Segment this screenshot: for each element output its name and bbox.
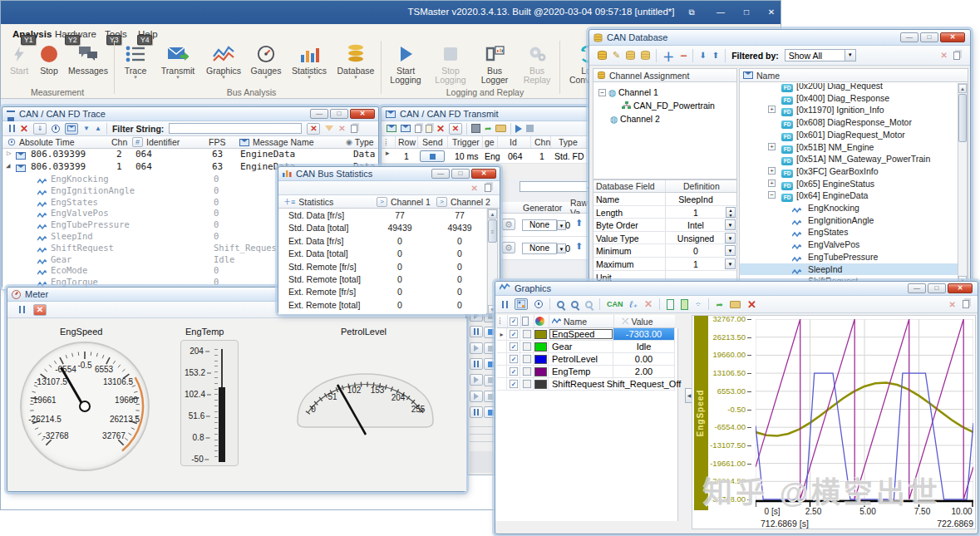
close-button[interactable]: ✕: [940, 32, 965, 42]
col-fps[interactable]: FPS: [209, 136, 225, 148]
open-folder-icon[interactable]: [495, 125, 506, 132]
filter-input[interactable]: [169, 123, 302, 134]
remove-filter-icon[interactable]: ✕: [338, 124, 345, 133]
send-button[interactable]: [420, 150, 445, 162]
clear-icon[interactable]: ✕: [949, 300, 956, 309]
minimize-button[interactable]: —: [900, 32, 918, 42]
scroll-up-icon[interactable]: ▲: [958, 84, 967, 93]
edit-pencil-icon[interactable]: ✎: [613, 50, 620, 61]
signal-up-icon[interactable]: ⬆: [575, 218, 583, 229]
db-signal-item[interactable]: EngValvePos: [740, 238, 958, 251]
statistics-button[interactable]: Statistics▼: [286, 41, 332, 87]
statistics-row[interactable]: Std. Data [fr/s]7777: [278, 209, 486, 221]
close-button[interactable]: ✕: [350, 109, 375, 119]
move-down-icon[interactable]: ⬇: [699, 51, 706, 60]
col-absolute-time[interactable]: Absolute Time: [19, 137, 75, 147]
gear-icon[interactable]: ⚙: [502, 242, 515, 253]
name-header[interactable]: Name: [756, 71, 780, 81]
col-generator[interactable]: Generator: [523, 202, 562, 213]
minimize-button[interactable]: —: [712, 6, 730, 18]
col-statistics[interactable]: Statistics: [298, 197, 333, 207]
statistics-row[interactable]: Std. Remote [total]00: [278, 273, 486, 285]
graphics-signal-row[interactable]: ▸ ✓ ✓ EngSpeed -7303.00: [497, 328, 675, 341]
dropdown-button[interactable]: ▼: [725, 245, 736, 256]
node-control-row[interactable]: [470, 374, 498, 386]
statistics-row[interactable]: Ext. Data [fr/s]00: [278, 234, 486, 247]
scroll-bottom-icon[interactable]: ⇓: [33, 123, 47, 135]
scroll-up-icon[interactable]: ▲: [488, 209, 497, 219]
transmit-row[interactable]: ▸ 1 10 ms Eng 064 1 Std. FD: [382, 149, 591, 164]
db-message-item[interactable]: +FD[0x65] EngineStatus: [740, 178, 958, 190]
engspeed-gauge[interactable]: -0.5655313106.51966026213.532767-32768-2…: [20, 342, 150, 471]
pause-icon[interactable]: [502, 301, 508, 308]
db-signal-item[interactable]: EngIgnitionAngle: [740, 214, 958, 227]
expand-icon[interactable]: >: [377, 197, 387, 207]
graphics-signal-row[interactable]: ✓ ✓ PetrolLevel 0.00: [497, 353, 675, 366]
db-message-item[interactable]: FD[0x200] Diag_Request: [740, 83, 958, 92]
clear-icon[interactable]: ✕: [20, 123, 28, 135]
db-signal-item[interactable]: EngStates: [740, 226, 958, 238]
col-row[interactable]: Row: [398, 136, 416, 148]
statistics-row[interactable]: Std. Remote [fr/s]00: [278, 260, 486, 273]
transmit-button[interactable]: Transmit▼: [155, 41, 201, 87]
save-icon[interactable]: [471, 124, 480, 133]
copy-icon[interactable]: [351, 125, 357, 133]
start-logging-button[interactable]: Start Logging: [383, 41, 428, 87]
dots-grid-icon[interactable]: ⁘: [695, 300, 702, 308]
trace-button[interactable]: Trace▼: [116, 41, 155, 87]
graphics-signal-row[interactable]: ✓ ✓ EngTemp 2.00: [497, 366, 675, 378]
move-up-icon[interactable]: ▲: [95, 125, 101, 132]
remove-all-databases-icon[interactable]: [641, 51, 650, 60]
col-definition[interactable]: Definition: [683, 180, 720, 192]
node-control-row[interactable]: [470, 342, 498, 355]
petrollevel-gauge[interactable]: 0 51 102 153 204 255: [293, 352, 438, 443]
float-window-button[interactable]: ⧉: [682, 6, 701, 18]
maximize-button[interactable]: □: [920, 32, 938, 42]
zoom-in-icon[interactable]: [557, 301, 564, 308]
generator-select[interactable]: None▼: [522, 219, 557, 231]
stop-button[interactable]: Stop: [34, 41, 64, 87]
col-channel1[interactable]: Channel 1: [391, 197, 431, 207]
maximize-button[interactable]: □: [928, 283, 946, 293]
dropdown-button[interactable]: ▼: [725, 258, 736, 269]
node-control-row[interactable]: [470, 391, 498, 403]
db-message-item[interactable]: FD[0x400] Diag_Response: [740, 92, 958, 105]
scrollbar[interactable]: ▲ ▼: [958, 83, 968, 285]
close-red-icon[interactable]: ✕: [33, 304, 47, 316]
field-row[interactable]: Minimum0▼: [593, 244, 736, 258]
statistics-row[interactable]: Ext. Data [total]00: [278, 247, 486, 259]
clock-icon[interactable]: [534, 300, 543, 308]
statistics-row[interactable]: Ext. Remote [fr/s]00: [278, 285, 486, 298]
minimize-button[interactable]: —: [908, 283, 926, 293]
tree-item-channel1[interactable]: − ◍ Channel 1: [598, 87, 658, 97]
db-message-item[interactable]: FD[0x51A] NM_Gateway_PowerTrain: [740, 153, 958, 165]
copy-icon[interactable]: [963, 300, 969, 308]
db-message-item[interactable]: +FD[0x11970] Ignition_Info: [740, 104, 958, 116]
filter-clear-icon[interactable]: ✕: [307, 123, 320, 135]
clock-icon[interactable]: [52, 125, 60, 133]
remove-database-icon[interactable]: [626, 51, 635, 60]
field-row[interactable]: Byte OrderIntel▼: [593, 219, 736, 232]
messages-button[interactable]: Messages: [64, 41, 112, 87]
export-icon[interactable]: ➦: [485, 124, 491, 133]
scroll-thumb[interactable]: ≡: [488, 219, 497, 243]
signal-combobox[interactable]: ⌄: [520, 181, 593, 192]
filter-select[interactable]: Show All▼: [785, 49, 856, 61]
maximize-button[interactable]: □: [737, 6, 756, 18]
minus-icon[interactable]: −: [680, 49, 687, 62]
delete-all-icon[interactable]: ✕: [449, 123, 462, 135]
add-database-icon[interactable]: [598, 51, 607, 60]
trace-frame-row[interactable]: ▷ 806.039399 2 064 63 EngineData Data: [2, 149, 378, 161]
dropdown-button[interactable]: ▼: [725, 233, 736, 243]
export-icon[interactable]: ➦: [716, 300, 722, 309]
settings-icon[interactable]: [515, 298, 528, 310]
statistics-row[interactable]: Ext. Remote [total]00: [278, 298, 486, 311]
paste-icon[interactable]: [426, 125, 432, 133]
clear-chart-icon[interactable]: ✕: [747, 298, 756, 311]
delete-icon[interactable]: ✕: [436, 123, 445, 135]
engtemp-gauge[interactable]: 204 153.2 102.4 51.6 0.8 -50: [180, 340, 239, 466]
delete-signal-icon[interactable]: ✕: [644, 298, 653, 310]
scroll-thumb[interactable]: [958, 94, 967, 142]
col-id[interactable]: Id: [510, 136, 517, 148]
zoom-out-icon[interactable]: [571, 301, 579, 308]
